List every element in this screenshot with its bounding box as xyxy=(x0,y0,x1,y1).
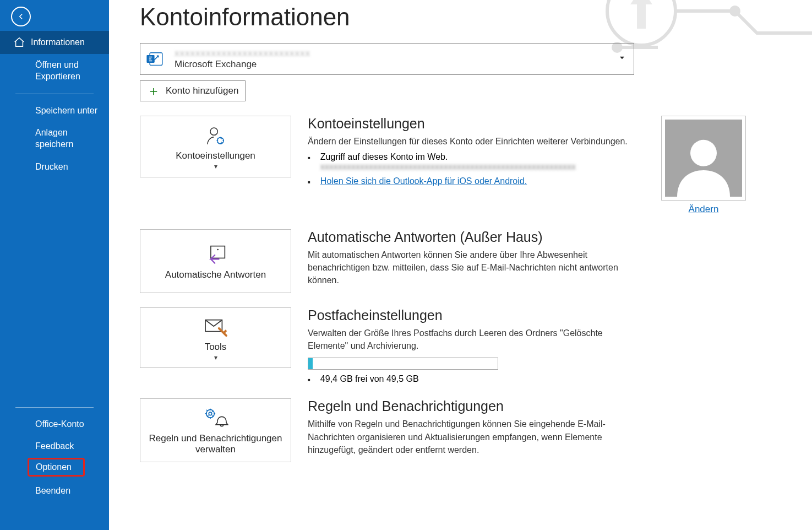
svg-point-9 xyxy=(217,249,219,251)
svg-point-7 xyxy=(690,140,717,166)
web-access-text: Zugriff auf dieses Konto im Web. xyxy=(320,152,638,162)
svg-point-5 xyxy=(210,128,217,135)
sidebar-item-exit[interactable]: Beenden xyxy=(0,480,109,502)
sidebar-item-print[interactable]: Drucken xyxy=(0,156,109,179)
mailbox-tools-icon xyxy=(203,316,228,338)
bullet-icon: ■ xyxy=(308,155,310,160)
section-title: Postfacheinstellungen xyxy=(308,307,638,323)
change-avatar-link[interactable]: Ändern xyxy=(689,204,719,215)
back-button[interactable] xyxy=(11,7,31,26)
sidebar-item-feedback[interactable]: Feedback xyxy=(0,435,109,458)
sidebar-item-informationen[interactable]: Informationen xyxy=(0,31,109,54)
storage-progress-bar xyxy=(308,358,498,370)
tools-button[interactable]: Tools ▾ xyxy=(140,307,291,368)
section-description: Mit automatischen Antworten können Sie a… xyxy=(308,248,638,287)
section-title: Regeln und Benachrichtigungen xyxy=(308,398,638,414)
section-description: Ändern der Einstellungen für dieses Kont… xyxy=(308,135,638,148)
card-label: Kontoeinstellungen xyxy=(176,150,255,161)
sidebar-item-label: Anlagen speichern xyxy=(35,127,101,150)
bullet-icon: ■ xyxy=(308,377,310,382)
rules-button[interactable]: Regeln und Benachrichtigungen verwalten xyxy=(140,398,291,462)
person-silhouette-icon xyxy=(671,131,737,197)
home-icon xyxy=(13,36,25,48)
sidebar-item-label: Feedback xyxy=(35,441,74,452)
section-title: Kontoeinstellungen xyxy=(308,116,638,132)
plus-icon: ＋ xyxy=(147,84,160,98)
rules-bell-icon xyxy=(203,408,228,430)
account-email-redacted: xxxxxxxxxxxxxxxxxxxxxxxxxx xyxy=(175,48,310,59)
chevron-down-icon: ▾ xyxy=(214,163,217,170)
add-account-button[interactable]: ＋ Konto hinzufügen xyxy=(140,80,246,101)
exchange-icon xyxy=(146,50,165,68)
section-description: Mithilfe von Regeln und Benachrichtigung… xyxy=(308,418,638,456)
profile-avatar xyxy=(661,116,746,201)
card-label: Regeln und Benachrichtigungen verwalten xyxy=(144,433,287,455)
bullet-icon: ■ xyxy=(308,180,310,185)
sidebar-item-label: Drucken xyxy=(35,161,68,173)
person-gear-icon xyxy=(205,125,227,147)
chevron-down-icon xyxy=(618,54,626,64)
sidebar-item-label: Optionen xyxy=(36,462,72,472)
card-label: Tools xyxy=(205,342,227,353)
arrow-left-icon xyxy=(16,12,26,21)
sidebar-item-label: Office-Konto xyxy=(35,419,84,430)
sidebar-separator xyxy=(15,94,94,94)
section-title: Automatische Antworten (Außer Haus) xyxy=(308,229,638,245)
envelope-reply-icon xyxy=(204,244,228,266)
sidebar-item-label: Öffnen und Exportieren xyxy=(35,60,101,83)
storage-progress-fill xyxy=(308,358,313,369)
main-content: Kontoinformationen xxxxxxxxxxxxxxxxxxxxx… xyxy=(109,0,812,530)
get-app-link[interactable]: Holen Sie sich die Outlook-App für iOS o… xyxy=(320,176,527,186)
sidebar-item-save-as[interactable]: Speichern unter xyxy=(0,100,109,122)
section-description: Verwalten der Größe Ihres Postfachs durc… xyxy=(308,327,638,352)
account-dropdown[interactable]: xxxxxxxxxxxxxxxxxxxxxxxxxx Microsoft Exc… xyxy=(140,43,634,75)
account-type: Microsoft Exchange xyxy=(175,59,310,70)
svg-point-12 xyxy=(209,413,211,415)
sidebar-item-options[interactable]: Optionen xyxy=(28,458,85,477)
auto-reply-button[interactable]: Automatische Antworten xyxy=(140,229,291,293)
sidebar-item-label: Informationen xyxy=(31,37,85,48)
sidebar-item-save-attachments[interactable]: Anlagen speichern xyxy=(0,122,109,156)
sidebar-item-label: Beenden xyxy=(35,485,70,497)
chevron-down-icon: ▾ xyxy=(214,354,217,361)
backstage-sidebar: Informationen Öffnen und Exportieren Spe… xyxy=(0,0,109,530)
storage-text: 49,4 GB frei von 49,5 GB xyxy=(320,374,419,384)
account-settings-button[interactable]: Kontoeinstellungen ▾ xyxy=(140,116,291,177)
web-url-redacted: xxxxxxxxxxxxxxxxxxxxxxxxxxxxxxxxxxxxxxxx… xyxy=(320,162,638,172)
sidebar-item-office-account[interactable]: Office-Konto xyxy=(0,413,109,436)
page-title: Kontoinformationen xyxy=(140,3,790,31)
sidebar-item-open-export[interactable]: Öffnen und Exportieren xyxy=(0,54,109,88)
add-account-label: Konto hinzufügen xyxy=(166,85,238,96)
sidebar-separator xyxy=(15,407,94,408)
sidebar-item-label: Speichern unter xyxy=(35,105,97,117)
card-label: Automatische Antworten xyxy=(165,269,266,280)
